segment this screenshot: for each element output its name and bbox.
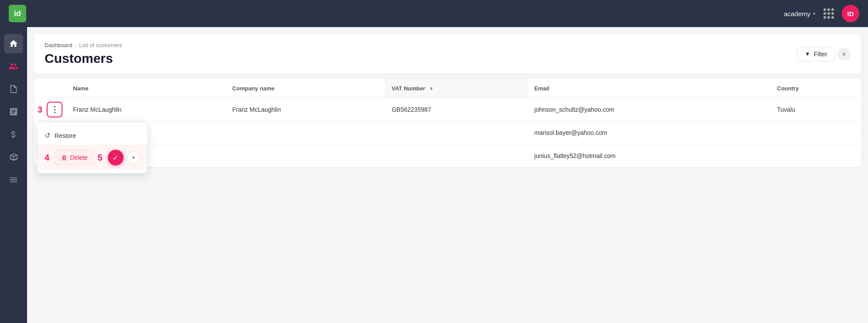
breadcrumb-dashboard[interactable]: Dashboard: [45, 42, 72, 48]
sidebar-item-reports[interactable]: [4, 170, 23, 189]
delete-confirm-row: 4 🗑 Delete 5 ✓: [38, 145, 147, 170]
filter-label: Filter: [814, 51, 827, 58]
table-header-row: Name Company name VAT Number ▼ Email Cou…: [34, 79, 861, 98]
page-title: Customers: [45, 51, 122, 66]
table-row: junius_flatley52@hotmail.com: [34, 144, 861, 168]
row-name: Franz McLaughlin: [66, 98, 225, 121]
row-dropdown-menu: ↺ Restore 4 🗑 Delete: [38, 123, 147, 173]
breadcrumb-current: List of customers: [79, 42, 122, 48]
sidebar-item-home[interactable]: [4, 34, 23, 53]
trash-icon: 🗑: [61, 154, 67, 161]
row-company: Franz McLaughlin: [225, 98, 385, 121]
workspace-selector[interactable]: academy ▾: [784, 10, 816, 17]
row-country: Tuvalu: [770, 98, 861, 121]
check-icon: ✓: [113, 154, 118, 162]
header-left: Dashboard / List of customers Customers: [45, 42, 122, 66]
confirm-delete-button[interactable]: ✓: [108, 150, 124, 165]
col-header-country: Country: [770, 79, 861, 98]
sidebar-item-discount[interactable]: [4, 148, 23, 167]
row-menu-button[interactable]: ⋮: [47, 102, 62, 117]
sidebar-item-customers[interactable]: [4, 57, 23, 76]
filter-button[interactable]: ▼ Filter: [797, 47, 835, 62]
workspace-chevron: ▾: [813, 11, 816, 17]
col-header-name: [34, 79, 66, 98]
top-navigation: id academy ▾ ID: [0, 0, 868, 27]
row-email: marisol.bayer@yahoo.com: [527, 121, 770, 144]
header-card: Dashboard / List of customers Customers …: [34, 34, 861, 74]
user-avatar[interactable]: ID: [842, 5, 859, 22]
sort-arrow-icon: ▼: [429, 86, 434, 91]
row-company: [225, 121, 385, 144]
delete-menu-item[interactable]: 🗑 Delete: [55, 150, 94, 165]
customers-table: Name Company name VAT Number ▼ Email Cou…: [34, 79, 861, 167]
sidebar-item-billing[interactable]: [4, 125, 23, 144]
main-layout: Dashboard / List of customers Customers …: [0, 27, 868, 323]
topnav-right: academy ▾ ID: [784, 5, 859, 22]
restore-menu-item[interactable]: ↺ Restore: [38, 126, 147, 145]
filter-close-button[interactable]: ×: [837, 48, 851, 61]
restore-icon: ↺: [45, 131, 50, 140]
breadcrumb-separator: /: [75, 42, 77, 48]
col-header-name-label: Name: [66, 79, 225, 98]
row-email: johnson_schultz@yahoo.com: [527, 98, 770, 121]
row-email: junius_flatley52@hotmail.com: [527, 144, 770, 168]
sidebar: [0, 27, 27, 323]
row-company: [225, 144, 385, 168]
close-icon: ×: [132, 154, 135, 161]
restore-label: Restore: [55, 132, 76, 139]
cancel-delete-button[interactable]: ×: [127, 151, 140, 164]
sidebar-item-orders[interactable]: [4, 102, 23, 121]
filter-icon: ▼: [805, 51, 810, 57]
col-header-email: Email: [527, 79, 770, 98]
row-vat: [385, 144, 527, 168]
topnav-left: id: [9, 5, 26, 22]
row-vat: [385, 121, 527, 144]
filter-area: ▼ Filter ×: [797, 47, 851, 62]
col-header-vat[interactable]: VAT Number ▼: [385, 79, 527, 98]
sidebar-item-documents[interactable]: [4, 79, 23, 99]
row-country: [770, 144, 861, 168]
apps-grid-icon[interactable]: [823, 8, 834, 19]
step-4-annotation: 4: [45, 153, 49, 163]
three-dots-icon: ⋮: [51, 105, 59, 114]
step-5-annotation: 5: [98, 153, 103, 163]
breadcrumb: Dashboard / List of customers: [45, 42, 122, 48]
logo[interactable]: id: [9, 5, 26, 22]
table-row: 3 ⋮ ↺ Restore: [34, 98, 861, 121]
step-3-annotation: 3: [38, 105, 42, 115]
delete-label: Delete: [70, 154, 87, 161]
row-action-cell: 3 ⋮ ↺ Restore: [34, 98, 66, 121]
workspace-name: academy: [784, 10, 810, 17]
table-row: marisol.bayer@yahoo.com: [34, 121, 861, 144]
row-vat: GB562235987: [385, 98, 527, 121]
col-header-company: Company name: [225, 79, 385, 98]
customers-table-card: Name Company name VAT Number ▼ Email Cou…: [34, 79, 861, 167]
row-country: [770, 121, 861, 144]
row-actions: 3 ⋮ ↺ Restore: [38, 102, 62, 117]
content-area: Dashboard / List of customers Customers …: [27, 27, 868, 323]
